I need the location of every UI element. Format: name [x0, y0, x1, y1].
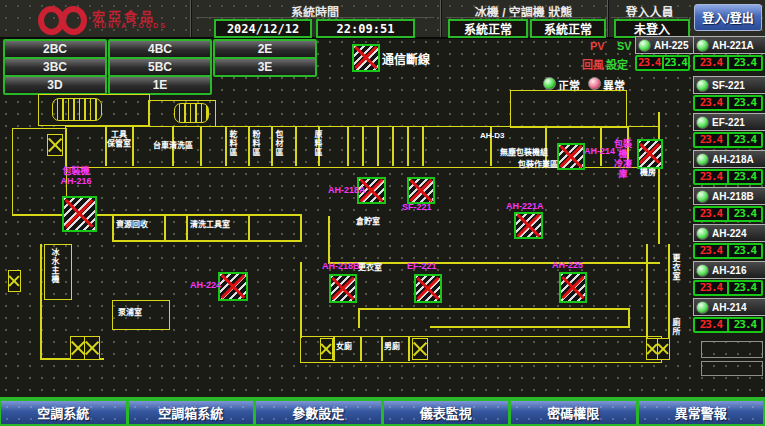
door-x-icon [412, 338, 428, 360]
door-x-icon [47, 134, 63, 156]
floor-button-3d[interactable]: 3D [3, 75, 107, 95]
wall [112, 240, 302, 242]
floor-button-4bc[interactable]: 4BC [108, 39, 212, 59]
empty-slot [701, 341, 763, 358]
wall [328, 216, 330, 264]
unit-ef-221[interactable]: EF-221 [693, 113, 765, 131]
wall [430, 326, 628, 328]
floor-button-2e[interactable]: 2E [213, 39, 317, 59]
floor-button-3bc[interactable]: 3BC [3, 57, 107, 77]
abnormal-lamp-icon [588, 77, 601, 90]
footer-button-param-setting[interactable]: 參數設定 [254, 399, 383, 426]
device-offline-marker-ah-221a[interactable] [514, 212, 543, 239]
room-label: 工具 保管室 [106, 130, 132, 148]
floor-button-1e[interactable]: 1E [108, 75, 212, 95]
footer-button-password-auth[interactable]: 密碼權限 [509, 399, 638, 426]
hmi-screen: 宏亞食品 HUNYA FOODS 系統時間 2024/12/12 22:09:5… [0, 0, 765, 426]
wall [333, 336, 335, 361]
unit-ah-214-values: 23.423.4 [693, 317, 763, 333]
footer-button-ahu-system[interactable]: 空調箱系統 [127, 399, 256, 426]
device-label: AH-224 [190, 280, 221, 290]
device-offline-marker-ef-221[interactable] [414, 274, 442, 303]
wall [248, 214, 250, 241]
unit-ah-218b[interactable]: AH-218B [693, 187, 765, 205]
unit-ah-216-values: 23.423.4 [693, 280, 763, 296]
unit-ah-221a[interactable]: AH-221A [693, 36, 765, 54]
room-label: 泵浦室 [118, 308, 142, 317]
wall [358, 308, 360, 328]
return-air-legend-label: 回風 [582, 56, 604, 72]
chiller-status-value: 系統正常 [448, 19, 528, 38]
wall [360, 336, 362, 361]
floor-button-3e[interactable]: 3E [213, 57, 317, 77]
device-offline-marker-ah-214[interactable] [557, 143, 585, 170]
empty-slot [701, 361, 763, 376]
device-label: EF-221 [407, 261, 437, 271]
footer-button-meter-monitor[interactable]: 儀表監視 [382, 399, 511, 426]
unit-ah-216[interactable]: AH-216 [693, 261, 765, 279]
room-label: 冰水主機 [50, 248, 59, 284]
wall [422, 126, 424, 166]
room-label: 男廁 [384, 342, 400, 351]
sv-value: 23.4 [729, 208, 761, 220]
device-label: 包裝機 AH-216 [54, 166, 98, 186]
divider [611, 17, 688, 18]
wall [392, 126, 394, 166]
ahu-status-value: 系統正常 [530, 19, 606, 38]
comm-offline-legend-icon [352, 44, 380, 72]
device-offline-marker-ah-216[interactable] [62, 196, 97, 232]
device-offline-marker-ah-224[interactable] [218, 272, 248, 301]
pv-value: 23.4 [695, 319, 729, 331]
unit-sf-221-values: 23.423.4 [693, 95, 763, 111]
unit-ah-224[interactable]: AH-224 [693, 224, 765, 242]
device-offline-marker-ah-225[interactable] [559, 272, 587, 303]
device-offline-marker-sf-221[interactable] [407, 177, 435, 204]
system-date-value: 2024/12/12 [214, 19, 312, 38]
wall [347, 126, 349, 166]
door-x-icon [320, 338, 333, 360]
wall [377, 126, 379, 166]
sv-value: 23.4 [729, 134, 761, 146]
wall [248, 126, 250, 166]
wall [381, 336, 383, 361]
device-offline-marker[interactable] [637, 139, 663, 169]
device-label: 包裝機 冷凍庫 [610, 139, 636, 179]
footer-button-alarm[interactable]: 異常警報 [637, 399, 765, 426]
floor-button-2bc[interactable]: 2BC [3, 39, 107, 59]
footer-button-ac-system[interactable]: 空調系統 [0, 399, 128, 426]
unit-ah-218a[interactable]: AH-218A [693, 150, 765, 168]
setpoint-legend-label: 設定 [606, 56, 628, 72]
unit-ah-225[interactable]: AH-225 [635, 36, 694, 54]
elevator-icon [52, 98, 102, 121]
unit-name: AH-224 [712, 228, 746, 239]
pv-value: 23.4 [695, 208, 729, 220]
unit-ef-221-values: 23.423.4 [693, 132, 763, 148]
unit-ah-224-values: 23.423.4 [693, 243, 763, 259]
wall [112, 214, 114, 241]
unit-name: AH-218B [712, 191, 754, 202]
unit-ah-225-values: 23.423.4 [635, 55, 690, 71]
unit-sf-221[interactable]: SF-221 [693, 76, 765, 94]
sv-legend-label: SV [617, 40, 632, 52]
device-label: SF-221 [402, 202, 432, 212]
room-label: 粉料區 [251, 130, 260, 157]
unit-name: AH-218A [712, 154, 754, 165]
room-label: 原料區 [313, 130, 322, 157]
sv-value: 23.4 [729, 245, 761, 257]
room-label: 更衣室 [358, 263, 382, 272]
wall [628, 308, 630, 328]
login-logout-button[interactable]: 登入/登出 [694, 4, 762, 31]
wall [646, 244, 648, 338]
pv-value: 23.4 [695, 282, 729, 294]
unit-ah-214[interactable]: AH-214 [693, 298, 765, 316]
brand-name-en: HUNYA FOODS [94, 22, 167, 29]
floor-button-5bc[interactable]: 5BC [108, 57, 212, 77]
status-lamp-icon [696, 190, 709, 203]
sv-value: 23.4 [729, 319, 761, 331]
status-lamp-icon [696, 153, 709, 166]
wall [358, 308, 628, 310]
room-label: 資源回收 [116, 220, 148, 229]
unit-name: AH-225 [654, 40, 688, 51]
elevator-icon [174, 103, 209, 123]
device-offline-marker-ah-218b[interactable] [329, 274, 357, 303]
